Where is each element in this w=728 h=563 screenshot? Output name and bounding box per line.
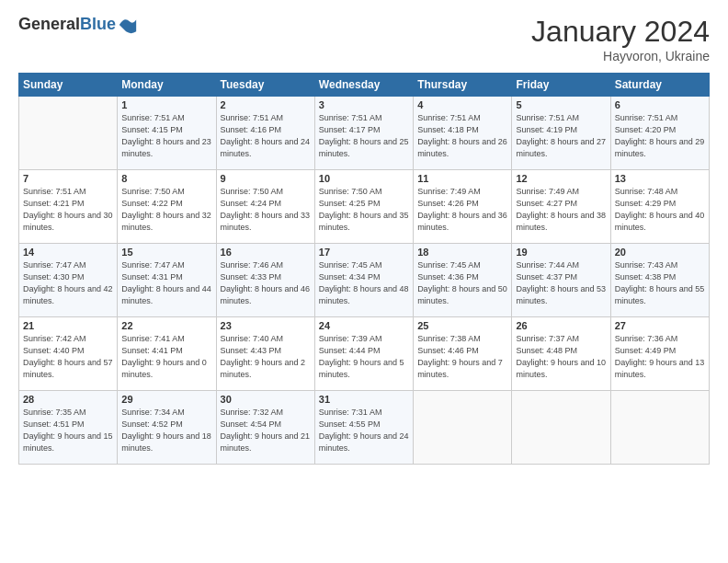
header-monday: Monday <box>118 74 216 97</box>
day-info: Sunrise: 7:51 AMSunset: 4:19 PMDaylight:… <box>516 112 606 160</box>
day-info: Sunrise: 7:51 AMSunset: 4:20 PMDaylight:… <box>615 112 705 160</box>
day-info: Sunrise: 7:34 AMSunset: 4:52 PMDaylight:… <box>121 407 211 454</box>
calendar-cell <box>610 391 709 465</box>
day-number: 24 <box>319 320 409 331</box>
day-info: Sunrise: 7:36 AMSunset: 4:49 PMDaylight:… <box>615 333 705 381</box>
day-info: Sunrise: 7:51 AMSunset: 4:16 PMDaylight:… <box>221 112 311 160</box>
calendar-cell: 17Sunrise: 7:45 AMSunset: 4:34 PMDayligh… <box>314 244 413 317</box>
day-info: Sunrise: 7:50 AMSunset: 4:25 PMDaylight:… <box>319 186 409 234</box>
day-info: Sunrise: 7:49 AMSunset: 4:26 PMDaylight:… <box>417 186 507 234</box>
day-number: 5 <box>516 99 606 110</box>
day-info: Sunrise: 7:48 AMSunset: 4:29 PMDaylight:… <box>615 186 705 234</box>
calendar-cell: 2Sunrise: 7:51 AMSunset: 4:16 PMDaylight… <box>216 97 314 170</box>
calendar-cell: 7Sunrise: 7:51 AMSunset: 4:21 PMDaylight… <box>19 170 118 244</box>
day-info: Sunrise: 7:47 AMSunset: 4:31 PMDaylight:… <box>121 259 211 307</box>
day-number: 10 <box>319 173 409 184</box>
calendar-cell: 19Sunrise: 7:44 AMSunset: 4:37 PMDayligh… <box>512 244 610 317</box>
day-info: Sunrise: 7:49 AMSunset: 4:27 PMDaylight:… <box>516 186 606 234</box>
header-sunday: Sunday <box>19 74 118 97</box>
day-info: Sunrise: 7:40 AMSunset: 4:43 PMDaylight:… <box>221 333 311 381</box>
header-wednesday: Wednesday <box>314 74 413 97</box>
calendar-cell: 6Sunrise: 7:51 AMSunset: 4:20 PMDaylight… <box>610 97 709 170</box>
calendar-cell: 15Sunrise: 7:47 AMSunset: 4:31 PMDayligh… <box>118 244 216 317</box>
day-info: Sunrise: 7:39 AMSunset: 4:44 PMDaylight:… <box>319 333 409 381</box>
day-number: 22 <box>121 320 211 331</box>
day-info: Sunrise: 7:46 AMSunset: 4:33 PMDaylight:… <box>221 259 311 307</box>
day-number: 23 <box>221 320 311 331</box>
calendar-cell: 10Sunrise: 7:50 AMSunset: 4:25 PMDayligh… <box>314 170 413 244</box>
day-number: 27 <box>615 320 705 331</box>
calendar-week-row-1: 1Sunrise: 7:51 AMSunset: 4:15 PMDaylight… <box>19 97 710 170</box>
calendar-cell: 1Sunrise: 7:51 AMSunset: 4:15 PMDaylight… <box>118 97 216 170</box>
header-friday: Friday <box>512 74 610 97</box>
day-number: 2 <box>221 99 311 110</box>
calendar-cell <box>19 97 118 170</box>
day-number: 9 <box>221 173 311 184</box>
calendar-cell: 31Sunrise: 7:31 AMSunset: 4:55 PMDayligh… <box>314 391 413 465</box>
day-number: 3 <box>319 99 409 110</box>
calendar-cell: 21Sunrise: 7:42 AMSunset: 4:40 PMDayligh… <box>19 317 118 391</box>
day-info: Sunrise: 7:50 AMSunset: 4:24 PMDaylight:… <box>221 186 311 234</box>
day-info: Sunrise: 7:43 AMSunset: 4:38 PMDaylight:… <box>615 259 705 307</box>
day-info: Sunrise: 7:51 AMSunset: 4:15 PMDaylight:… <box>121 112 211 160</box>
day-number: 25 <box>417 320 507 331</box>
calendar-header-row: Sunday Monday Tuesday Wednesday Thursday… <box>19 74 710 97</box>
calendar-cell: 14Sunrise: 7:47 AMSunset: 4:30 PMDayligh… <box>19 244 118 317</box>
calendar-cell: 11Sunrise: 7:49 AMSunset: 4:26 PMDayligh… <box>414 170 512 244</box>
day-number: 30 <box>221 394 311 405</box>
header-thursday: Thursday <box>414 74 512 97</box>
day-number: 17 <box>319 247 409 258</box>
day-info: Sunrise: 7:51 AMSunset: 4:17 PMDaylight:… <box>319 112 409 160</box>
day-number: 11 <box>417 173 507 184</box>
day-info: Sunrise: 7:32 AMSunset: 4:54 PMDaylight:… <box>221 407 311 454</box>
day-info: Sunrise: 7:38 AMSunset: 4:46 PMDaylight:… <box>417 333 507 381</box>
calendar-cell: 28Sunrise: 7:35 AMSunset: 4:51 PMDayligh… <box>19 391 118 465</box>
day-number: 14 <box>23 247 113 258</box>
calendar-cell: 23Sunrise: 7:40 AMSunset: 4:43 PMDayligh… <box>216 317 314 391</box>
day-number: 13 <box>615 173 705 184</box>
logo-text: GeneralBlue <box>18 15 138 35</box>
day-number: 19 <box>516 247 606 258</box>
calendar-cell <box>512 391 610 465</box>
calendar-week-row-5: 28Sunrise: 7:35 AMSunset: 4:51 PMDayligh… <box>19 391 710 465</box>
page-header: GeneralBlue January 2024 Hayvoron, Ukrai… <box>18 15 710 63</box>
calendar-cell: 16Sunrise: 7:46 AMSunset: 4:33 PMDayligh… <box>216 244 314 317</box>
day-info: Sunrise: 7:45 AMSunset: 4:34 PMDaylight:… <box>319 259 409 307</box>
day-number: 8 <box>121 173 211 184</box>
page-container: GeneralBlue January 2024 Hayvoron, Ukrai… <box>0 0 728 474</box>
title-block: January 2024 Hayvoron, Ukraine <box>531 15 710 63</box>
header-saturday: Saturday <box>610 74 709 97</box>
day-info: Sunrise: 7:35 AMSunset: 4:51 PMDaylight:… <box>23 407 113 454</box>
day-info: Sunrise: 7:41 AMSunset: 4:41 PMDaylight:… <box>121 333 211 381</box>
day-info: Sunrise: 7:45 AMSunset: 4:36 PMDaylight:… <box>417 259 507 307</box>
day-info: Sunrise: 7:31 AMSunset: 4:55 PMDaylight:… <box>319 407 409 454</box>
day-info: Sunrise: 7:44 AMSunset: 4:37 PMDaylight:… <box>516 259 606 307</box>
day-number: 20 <box>615 247 705 258</box>
day-number: 7 <box>23 173 113 184</box>
day-info: Sunrise: 7:51 AMSunset: 4:21 PMDaylight:… <box>23 186 113 234</box>
logo-general: General <box>18 15 80 33</box>
calendar-week-row-3: 14Sunrise: 7:47 AMSunset: 4:30 PMDayligh… <box>19 244 710 317</box>
calendar-cell: 18Sunrise: 7:45 AMSunset: 4:36 PMDayligh… <box>414 244 512 317</box>
calendar-cell: 30Sunrise: 7:32 AMSunset: 4:54 PMDayligh… <box>216 391 314 465</box>
calendar-cell: 3Sunrise: 7:51 AMSunset: 4:17 PMDaylight… <box>314 97 413 170</box>
calendar-cell: 5Sunrise: 7:51 AMSunset: 4:19 PMDaylight… <box>512 97 610 170</box>
month-year-title: January 2024 <box>531 15 710 49</box>
day-info: Sunrise: 7:47 AMSunset: 4:30 PMDaylight:… <box>23 259 113 307</box>
day-number: 6 <box>615 99 705 110</box>
calendar-cell: 9Sunrise: 7:50 AMSunset: 4:24 PMDaylight… <box>216 170 314 244</box>
calendar-cell: 24Sunrise: 7:39 AMSunset: 4:44 PMDayligh… <box>314 317 413 391</box>
day-number: 29 <box>121 394 211 405</box>
day-number: 12 <box>516 173 606 184</box>
calendar-week-row-4: 21Sunrise: 7:42 AMSunset: 4:40 PMDayligh… <box>19 317 710 391</box>
location-subtitle: Hayvoron, Ukraine <box>531 49 710 63</box>
calendar-cell: 27Sunrise: 7:36 AMSunset: 4:49 PMDayligh… <box>610 317 709 391</box>
day-number: 31 <box>319 394 409 405</box>
day-info: Sunrise: 7:51 AMSunset: 4:18 PMDaylight:… <box>417 112 507 160</box>
header-tuesday: Tuesday <box>216 74 314 97</box>
calendar-cell: 26Sunrise: 7:37 AMSunset: 4:48 PMDayligh… <box>512 317 610 391</box>
day-number: 28 <box>23 394 113 405</box>
day-number: 1 <box>121 99 211 110</box>
logo: GeneralBlue <box>18 15 138 35</box>
day-number: 21 <box>23 320 113 331</box>
